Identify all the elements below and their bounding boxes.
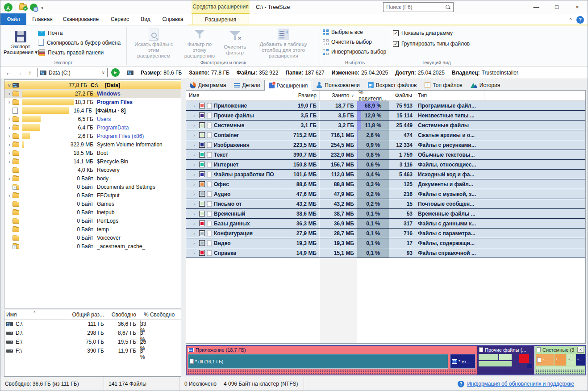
expander-icon[interactable]: › bbox=[6, 99, 13, 105]
treemap-block[interactable] bbox=[527, 364, 532, 368]
expander-icon[interactable]: › bbox=[6, 91, 13, 97]
table-row[interactable]: ››Текст 390,7 МБ 232,0 МБ 0,8 % 1 759 Об… bbox=[186, 150, 585, 160]
drive-row[interactable]: E:\ 75,0 ГБ 19,5 ГБ 26 % bbox=[4, 337, 181, 346]
tab-home[interactable]: Главная bbox=[26, 13, 58, 25]
expander-open-icon[interactable]: ∨ bbox=[6, 82, 13, 88]
help-icon[interactable]: ? bbox=[576, 16, 584, 24]
clear-selection-button[interactable]: Очистить выбор bbox=[323, 38, 387, 46]
tab-users[interactable]: Пользователи bbox=[312, 80, 363, 90]
tree-item[interactable]: › 6,5 ГБ Users bbox=[4, 115, 181, 123]
tree-item[interactable]: 4,0 КБ Recovery bbox=[4, 166, 181, 174]
select-all-button[interactable]: Выбрать все bbox=[323, 28, 387, 36]
close-button[interactable]: × bbox=[567, 0, 588, 14]
chevron-down-icon[interactable]: ∨ bbox=[102, 70, 105, 75]
treemap-block[interactable] bbox=[499, 354, 512, 360]
checkbox-checked-icon[interactable]: ✓ bbox=[393, 41, 399, 47]
treemap-group-system[interactable]: Системные (3 × *.... *... *... *... bbox=[535, 346, 585, 374]
expander-icon[interactable]: › bbox=[6, 133, 13, 139]
tree-item[interactable]: 0 Байт Games bbox=[4, 200, 181, 208]
expander-icon[interactable]: › bbox=[193, 201, 197, 207]
path-combobox[interactable]: Data (C:) ∨ bbox=[37, 68, 108, 77]
search-files-extension-button[interactable]: Искать файлы с этим расширением bbox=[129, 27, 178, 59]
expander-icon[interactable]: › bbox=[6, 158, 13, 165]
start-scan-button[interactable]: ▶ bbox=[111, 68, 120, 77]
column-total-size[interactable]: Общий раз... bbox=[66, 312, 107, 318]
table-row[interactable]: ››Изображения 223,5 МБ 254,5 МБ 0,9 % 12… bbox=[186, 140, 585, 150]
add-column-button[interactable]: Добавить в таблицу столбец для этого рас… bbox=[250, 27, 317, 59]
expander-icon[interactable]: › bbox=[6, 192, 13, 199]
treemap-block-dll[interactable]: *.dll (16,1 ГБ) bbox=[188, 354, 448, 369]
tab-help[interactable]: Справка bbox=[154, 13, 191, 25]
column-name[interactable]: Имя∧ bbox=[6, 312, 66, 318]
search-icon[interactable] bbox=[445, 4, 450, 10]
tree-item[interactable]: 0 Байт Voiceover bbox=[4, 233, 181, 242]
table-row[interactable]: ››Конфигурация 27,9 МБ 28,7 МБ 0,1 % 716… bbox=[186, 229, 585, 238]
tree-item[interactable]: › 0 Байт FFOutput bbox=[4, 191, 181, 200]
show-chart-checkbox[interactable]: ✓ Показать диаграмму bbox=[393, 29, 480, 37]
treemap-block[interactable]: *... bbox=[576, 354, 585, 366]
maximize-button[interactable]: □ bbox=[546, 0, 567, 14]
column-files[interactable]: Файлы bbox=[389, 91, 415, 100]
expander-icon[interactable]: › bbox=[193, 182, 197, 187]
treemap-block[interactable]: *.... bbox=[536, 354, 554, 366]
expander-icon[interactable]: › bbox=[193, 162, 197, 167]
column-size[interactable]: Размер bbox=[281, 91, 320, 100]
expander-icon[interactable]: › bbox=[193, 123, 197, 128]
treemap-block[interactable] bbox=[479, 354, 498, 360]
scan-folder-icon[interactable] bbox=[19, 4, 27, 10]
expander-icon[interactable]: › bbox=[193, 172, 197, 177]
table-row[interactable]: ››Временный 38,6 МБ 38,7 МБ 0,1 % 53 Вре… bbox=[186, 209, 585, 219]
expander-icon[interactable]: › bbox=[193, 113, 197, 118]
column-free-pct[interactable]: % Свободно bbox=[139, 312, 179, 318]
tree-item[interactable]: 0 Байт temp bbox=[4, 225, 181, 233]
expander-icon[interactable]: › bbox=[193, 191, 197, 197]
expander-icon[interactable]: › bbox=[6, 175, 13, 182]
group-file-types-checkbox[interactable]: ✓ Группировать типы файлов bbox=[393, 40, 480, 48]
tab-details[interactable]: Детали bbox=[230, 80, 264, 90]
expander-icon[interactable]: › bbox=[193, 231, 197, 236]
expander-icon[interactable]: › bbox=[193, 142, 197, 148]
tab-top-files[interactable]: Топ файлов bbox=[421, 80, 466, 90]
forward-icon[interactable]: → bbox=[16, 69, 23, 76]
mail-button[interactable]: Почта bbox=[38, 29, 121, 37]
tree-item[interactable]: 16,4 ГБ [Файлы - 8] bbox=[4, 106, 181, 115]
table-row[interactable]: ››Файлы разработки ПО 101,6 МБ 112,0 МБ … bbox=[186, 170, 585, 179]
tab-chart[interactable]: Диаграмма bbox=[186, 80, 230, 90]
treemap-group-application[interactable]: Приложение (18,7 ГБ) *.dll (16,1 ГБ) *.e… bbox=[187, 346, 477, 374]
tree-item[interactable]: 0 Байт inetpub bbox=[4, 208, 181, 216]
table-row[interactable]: ››Container 715,2 МБ 716,1 МБ 2,6 % 474 … bbox=[186, 130, 585, 140]
drive-row[interactable]: C:\ 111 ГБ 36,6 ГБ 33 % bbox=[4, 320, 181, 329]
update-info-link[interactable]: ? Информация об обновлениях и поддержке bbox=[458, 381, 588, 387]
filter-by-extension-button[interactable]: Фильтр по этому расширению bbox=[179, 27, 221, 59]
expander-icon[interactable]: › bbox=[6, 141, 13, 148]
tree-item[interactable]: › 27,2 ГБ Windows bbox=[4, 89, 181, 98]
expander-icon[interactable]: › bbox=[6, 125, 13, 131]
back-icon[interactable]: ← bbox=[5, 69, 12, 76]
drive-row[interactable]: F:\ 390 ГБ 11,9 ГБ 3 % bbox=[4, 346, 181, 355]
treemap-block[interactable] bbox=[519, 354, 529, 363]
tree-item[interactable]: › 14,1 МБ $Recycle.Bin bbox=[4, 157, 181, 166]
treemap-block-exe[interactable]: *.ex... bbox=[450, 354, 475, 369]
tree-root[interactable]: ∨ 77,8 ГБ C:\ [Data] bbox=[4, 81, 181, 89]
clear-filter-button[interactable]: × Очистить фильтр bbox=[221, 27, 249, 59]
column-name[interactable]: Имя bbox=[186, 91, 281, 100]
tree-item[interactable]: 0 Байт _acestream_cache_ bbox=[4, 242, 181, 250]
close-icon[interactable]: × bbox=[577, 347, 584, 353]
expander-icon[interactable]: › bbox=[193, 241, 197, 246]
tab-history[interactable]: История bbox=[467, 80, 505, 90]
tree-item[interactable]: 0 Байт PerfLogs bbox=[4, 216, 181, 225]
table-row[interactable]: ››Аудио 47,6 МБ 47,9 МБ 0,2 % 216 Файлы … bbox=[186, 189, 585, 199]
table-row[interactable]: ››Офис 88,6 МБ 88,8 МБ 0,3 % 125 Докумен… bbox=[186, 179, 585, 189]
tab-extensions-view[interactable]: Расширения bbox=[264, 80, 313, 91]
table-row[interactable]: ››Интернет 150,8 МБ 156,7 МБ 0,6 % 3 116… bbox=[186, 160, 585, 170]
up-icon[interactable]: ↑ bbox=[26, 69, 33, 76]
search-input[interactable]: Поиск (F6) bbox=[383, 2, 454, 12]
tab-scan[interactable]: Сканирование bbox=[58, 13, 103, 25]
table-row[interactable]: ››Прочие файлы 3,5 ГБ 3,5 ГБ 12,9 % 15 1… bbox=[186, 111, 585, 121]
collapse-ribbon-icon[interactable]: ^ bbox=[569, 17, 572, 23]
column-type[interactable]: Тип bbox=[415, 91, 484, 100]
tab-file-age[interactable]: Возраст файлов bbox=[364, 80, 421, 90]
tree-item[interactable]: › 322,9 МБ System Volume Information bbox=[4, 140, 181, 149]
tree-item[interactable]: 0 Байт Documents and Settings bbox=[4, 183, 181, 191]
print-right-panel-button[interactable]: Печать правой панели bbox=[38, 49, 121, 57]
